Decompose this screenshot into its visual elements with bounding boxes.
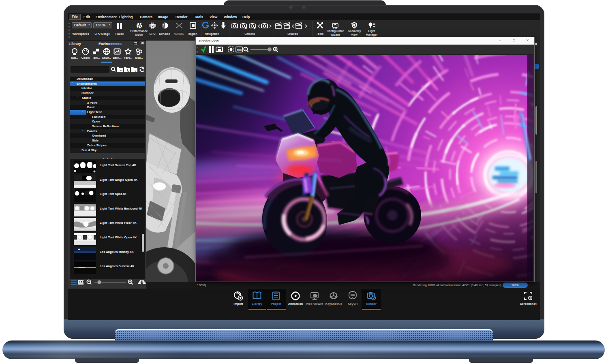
- svg-text:+: +: [236, 26, 238, 30]
- svg-text:G: G: [152, 24, 154, 27]
- svg-text:s: s: [254, 26, 256, 30]
- svg-text:P: P: [139, 24, 141, 27]
- svg-text:↓: ↓: [300, 26, 302, 30]
- svg-text:+: +: [120, 69, 122, 73]
- svg-text:+: +: [289, 26, 291, 30]
- svg-text:100: 100: [237, 49, 242, 51]
- svg-text:a: a: [245, 26, 247, 30]
- svg-text:↓: ↓: [135, 69, 136, 73]
- svg-text:↻: ↻: [127, 69, 130, 73]
